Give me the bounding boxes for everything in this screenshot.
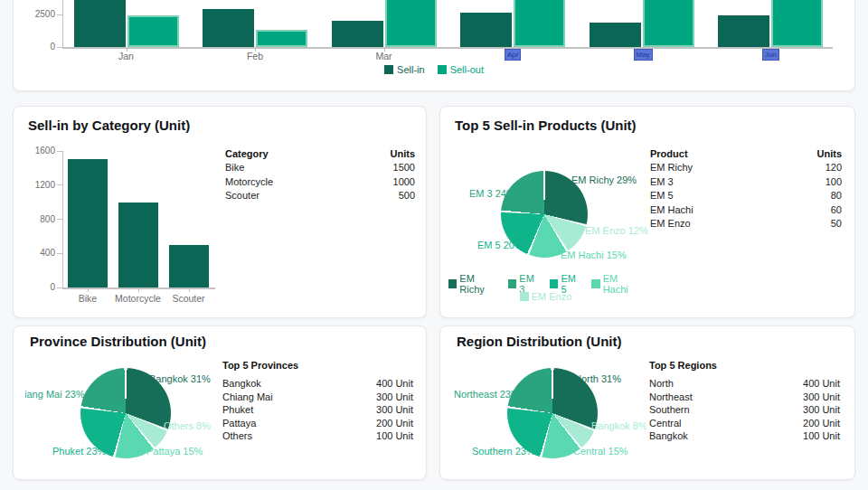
- pie-label-em-5: EM 5 20%: [477, 240, 524, 251]
- bar-sell-in-mar: [332, 21, 383, 47]
- products-chart-legend: EM RichyEM 3EM 5EM HachiEM Enzo: [444, 278, 647, 303]
- cell-value: 400 Unit: [803, 377, 840, 391]
- cell-name: Others: [222, 429, 252, 443]
- cell-value: 400 Unit: [376, 377, 413, 391]
- bar-sell-in-feb: [203, 9, 254, 47]
- y-tick-label: 1600: [19, 146, 55, 155]
- y-tick: [57, 219, 62, 220]
- cell-name: Motorcycle: [225, 175, 273, 190]
- bar-sell-out-may: [643, 0, 694, 47]
- province-panel: Province Distribution (Unit) Bangkok 31%…: [13, 325, 427, 480]
- legend-item-em-richy[interactable]: EM Richy: [448, 273, 499, 295]
- x-label-scouter: Scouter: [157, 293, 221, 304]
- x-axis-line: [62, 287, 215, 289]
- y-tick: [57, 151, 62, 152]
- bar-scouter: [169, 245, 209, 287]
- bar-sell-out-feb: [256, 30, 307, 47]
- cell-name: Southern: [649, 403, 690, 417]
- pie-label-em-hachi: EM Hachi 15%: [561, 250, 627, 261]
- province-table: Top 5 ProvincesBangkok400 UnitChiang Mai…: [222, 359, 413, 443]
- cell-value: 100 Unit: [803, 429, 840, 443]
- dashboard-page: 25000JanFebMarAprMayJun Sell-inSell-out …: [0, 0, 868, 490]
- y-tick: [57, 184, 62, 185]
- category-table: CategoryUnitsBike1500Motorcycle1000Scout…: [225, 146, 415, 203]
- bar-bike: [68, 159, 108, 287]
- cell-name: Bangkok: [222, 377, 261, 391]
- legend-label-em-hachi: EM Hachi: [603, 273, 643, 295]
- legend-swatch-em-5: [550, 279, 558, 288]
- legend-item-em-enzo[interactable]: EM Enzo: [520, 291, 572, 302]
- cell-name: Scouter: [225, 189, 259, 203]
- legend-item-em-hachi[interactable]: EM Hachi: [591, 273, 643, 295]
- products-panel: Top 5 Sell-in Products (Unit) EM Richy 2…: [439, 106, 855, 318]
- cell-name: North: [649, 377, 674, 391]
- category-panel: Sell-in by Category (Unit) 0400800120016…: [13, 106, 427, 318]
- x-label-jan: Jan: [104, 51, 149, 61]
- pie-label-chiang-mai: Chiang Mai 23%: [25, 389, 85, 400]
- cell-name: Phuket: [222, 403, 253, 417]
- y-tick: [57, 47, 62, 48]
- pie-label-north: North 31%: [574, 373, 621, 385]
- products-legend-row-1: EM RichyEM 3EM 5EM Hachi: [444, 278, 647, 290]
- bar-sell-in-jun: [718, 15, 769, 47]
- legend-swatch-em-richy: [448, 279, 457, 288]
- products-table: ProductUnitsEM Richy120EM 3100EM 580EM H…: [650, 146, 842, 231]
- y-tick: [57, 287, 62, 288]
- x-label-mar: Mar: [362, 51, 407, 61]
- legend-swatch-em-enzo: [520, 292, 529, 301]
- legend-label-em-richy: EM Richy: [459, 273, 499, 295]
- panel-title: Region Distribution (Unit): [457, 334, 621, 349]
- y-tick-label: 1200: [19, 180, 55, 190]
- cell-value: 120: [826, 161, 842, 175]
- table-title: Top 5 Provinces: [222, 359, 413, 372]
- table-row-motorcycle: Motorcycle1000: [225, 175, 415, 190]
- table-row-scouter: Scouter500: [225, 189, 415, 203]
- legend-swatch-sell-out: [438, 65, 447, 74]
- cell-name: Central: [649, 417, 681, 430]
- category-bar-chart[interactable]: 040080012001600BikeMotorcycleScouter: [14, 107, 426, 317]
- pie-label-pattaya: Pattaya 15%: [146, 446, 203, 457]
- cell-name: Pattaya: [222, 417, 256, 430]
- table-row-bangkok: Bangkok400 Unit: [222, 377, 413, 391]
- cell-value: 300 Unit: [376, 403, 413, 417]
- col-header-units: Units: [817, 146, 843, 161]
- bar-sell-out-apr: [514, 0, 565, 47]
- bar-motorcycle: [118, 203, 158, 287]
- table-row-bike: Bike1500: [225, 161, 415, 175]
- region-table: Top 5 RegionsNorth400 UnitNortheast300 U…: [649, 359, 840, 443]
- region-pie-chart[interactable]: North 31%Northeast 23%Southern 23%Centra…: [452, 363, 646, 464]
- x-label-jun-selected: Jun: [762, 49, 779, 61]
- table-row-em-enzo: EM Enzo50: [650, 217, 842, 231]
- col-header-units: Units: [391, 146, 416, 161]
- y-tick-label: 400: [19, 248, 55, 258]
- cell-value: 200 Unit: [376, 417, 413, 430]
- pie-label-bangkok: Bangkok 8%: [591, 420, 646, 432]
- pie-label-central: Central 15%: [573, 446, 628, 457]
- table-row-em-5: EM 580: [650, 189, 842, 203]
- pie-label-em-richy: EM Richy 29%: [571, 174, 637, 186]
- cell-value: 100 Unit: [376, 429, 413, 443]
- table-row-em-richy: EM Richy120: [650, 161, 842, 175]
- table-header-row: ProductUnits: [650, 146, 842, 161]
- cell-name: EM Richy: [650, 161, 693, 175]
- legend-label-em-enzo: EM Enzo: [532, 291, 572, 302]
- legend-swatch-em-3: [508, 279, 516, 288]
- table-row-em-3: EM 3100: [650, 175, 842, 190]
- y-tick-label: 0: [19, 282, 55, 292]
- province-pie-chart[interactable]: Bangkok 31%Chiang Mai 23%Phuket 23%Patta…: [25, 363, 220, 464]
- legend-item-sell-in[interactable]: Sell-in: [384, 64, 425, 75]
- x-tick: [88, 287, 89, 292]
- pie-label-bangkok: Bangkok 31%: [149, 373, 211, 385]
- table-row-bangkok: Bangkok100 Unit: [649, 429, 840, 443]
- pie-label-phuket: Phuket 23%: [52, 446, 106, 457]
- y-tick-label: 800: [19, 214, 55, 224]
- legend-swatch-em-hachi: [591, 279, 599, 288]
- col-header-category: Category: [225, 146, 269, 161]
- legend-item-sell-out[interactable]: Sell-out: [438, 64, 484, 75]
- monthly-bar-chart[interactable]: 25000JanFebMarAprMayJun: [14, 0, 854, 90]
- x-label-may-selected: May: [634, 49, 653, 61]
- table-row-pattaya: Pattaya200 Unit: [222, 417, 413, 430]
- x-axis-line: [62, 47, 833, 49]
- bar-sell-in-apr: [460, 13, 512, 47]
- cell-value: 60: [831, 203, 842, 218]
